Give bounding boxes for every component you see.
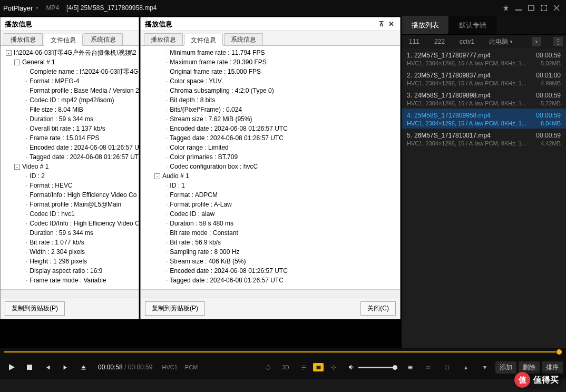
subtitle-icon[interactable] [313, 363, 324, 371]
repeat-icon[interactable] [438, 359, 455, 376]
seek-bar[interactable] [0, 348, 566, 357]
shuffle-icon[interactable] [419, 359, 436, 376]
tree-row[interactable]: ·Tagged date : 2024-06-08 01:26:57 UTC [142, 276, 399, 285]
tree-row[interactable]: ·Original frame rate : 15.000 FPS [142, 67, 399, 76]
panel-close-icon[interactable]: ✕ [386, 19, 396, 29]
tab-system-info[interactable]: 系统信息 [84, 33, 123, 45]
tree-row[interactable]: ·Stream size : 7.62 MiB (95%) [142, 114, 399, 124]
tree-row[interactable]: ·Format profile : Main@L5@Main [2, 200, 138, 209]
video-codec-label[interactable]: HVC1 [162, 364, 177, 370]
play-button[interactable] [3, 359, 20, 376]
tree-row[interactable]: ·Format : ADPCM [142, 190, 399, 200]
app-name[interactable]: PotPlayer [3, 4, 33, 12]
tree-row[interactable]: ·Format profile : A-Law [142, 200, 399, 209]
tree-row[interactable]: -Audio # 1 [142, 171, 399, 181]
video-area[interactable]: 播放信息 播放信息 文件信息 系统信息 -I:\2024-06-03叮零4G户外… [0, 16, 402, 348]
subtab[interactable]: cctv1 [452, 35, 482, 48]
tree-row[interactable]: ·Chroma subsampling : 4:2:0 (Type 0) [142, 86, 399, 95]
tree-row[interactable]: ·Minimum frame rate : 11.794 FPS [142, 48, 399, 57]
tree-row[interactable]: ·Bit rate : 1 077 kb/s [2, 238, 138, 247]
info-tree[interactable]: ·Minimum frame rate : 11.794 FPS·Maximum… [141, 46, 400, 289]
tree-row[interactable]: ·Frame rate mode : Variable [2, 276, 138, 285]
tree-row[interactable]: ·Tagged date : 2024-06-08 01:26:57 UTC [2, 152, 138, 162]
tree-row[interactable]: ·Bit rate : 56.9 kb/s [142, 238, 399, 247]
tree-row[interactable]: ·Format : HEVC [2, 181, 138, 190]
subtab-menu-icon[interactable]: ⋮ [553, 37, 563, 46]
sort-asc-icon[interactable]: ▴ [457, 359, 474, 376]
tree-row[interactable]: ·Color range : Limited [142, 143, 399, 152]
tree-row[interactable]: ·Maximum frame rate : 20.390 FPS [142, 57, 399, 67]
tree-row[interactable]: ·Codec ID : mp42 (mp42/isom) [2, 95, 138, 105]
tree-row[interactable]: ·Duration : 58 s 480 ms [142, 219, 399, 228]
close-icon[interactable] [550, 2, 563, 14]
tab-play-info[interactable]: 播放信息 [4, 33, 43, 45]
scrollbar-horizontal[interactable] [141, 289, 400, 298]
playlist-tab[interactable]: 默认专辑 [449, 16, 496, 34]
next-button[interactable] [57, 359, 74, 376]
tree-row[interactable]: -I:\2024-06-03叮零4G户外云台摄像机\视频\2 [2, 48, 138, 57]
tab-file-info[interactable]: 文件信息 [44, 34, 83, 46]
tree-row[interactable]: ·Width : 2 304 pixels [2, 247, 138, 257]
tree-row[interactable]: ·Format/Info : High Efficiency Video Co [2, 190, 138, 200]
3d-icon[interactable]: 3D [277, 359, 294, 376]
tree-row[interactable]: ·Overall bit rate : 1 137 kb/s [2, 124, 138, 133]
tree-row[interactable]: ·ID : 2 [2, 171, 138, 181]
tree-row[interactable]: ·Format : MPEG-4 [2, 76, 138, 86]
tree-row[interactable]: ·Color primaries : BT.709 [142, 152, 399, 162]
tree-row[interactable]: ·Bit depth : 8 bits [142, 95, 399, 105]
tree-row[interactable]: ·Sampling rate : 8 000 Hz [142, 247, 399, 257]
prev-button[interactable] [39, 359, 56, 376]
tree-row[interactable]: ·Encoded date : 2024-06-08 01:26:57 UTC [142, 266, 399, 276]
stop-button[interactable] [21, 359, 38, 376]
app-menu-dropdown-icon[interactable]: ▾ [36, 5, 38, 11]
tree-row[interactable]: ·Duration : 59 s 344 ms [2, 114, 138, 124]
tree-row[interactable]: ·Encoded date : 2024-06-08 01:26:57 UTC [2, 143, 138, 152]
maximize-icon[interactable] [538, 2, 550, 14]
copy-clipboard-button[interactable]: 复制到剪贴板(P) [145, 301, 205, 316]
info-tree[interactable]: -I:\2024-06-03叮零4G户外云台摄像机\视频\2-General #… [1, 46, 139, 289]
playlist[interactable]: 1.22M57S_1717809777.mp400:00:59HVC1, 230… [402, 48, 566, 348]
tree-row[interactable]: ·Codec ID/Info : High Efficiency Video C [2, 219, 138, 228]
tab-file-info[interactable]: 文件信息 [184, 34, 223, 46]
volume-control[interactable] [348, 364, 395, 371]
copy-clipboard-button[interactable]: 复制到剪贴板(P) [5, 301, 65, 316]
rotate-icon[interactable] [259, 359, 276, 376]
panel-pin-icon[interactable]: ⊼ [377, 19, 386, 29]
close-button[interactable]: 关闭(C) [360, 301, 396, 316]
subtab-arrow-icon[interactable]: › [532, 37, 541, 46]
tree-row[interactable]: ·Bits/(Pixel*Frame) : 0.024 [142, 105, 399, 114]
tab-play-info[interactable]: 播放信息 [144, 33, 183, 45]
tree-row[interactable]: ·Duration : 59 s 344 ms [2, 228, 138, 238]
tree-row[interactable]: ·Stream size : 406 KiB (5%) [142, 257, 399, 266]
playlist-item[interactable]: 1.22M57S_1717809777.mp400:00:59HVC1, 230… [402, 48, 566, 68]
menu-icon[interactable] [402, 359, 418, 376]
playlist-item[interactable]: 4.25M58S_1717809958.mp400:00:59HVC1, 230… [402, 109, 566, 129]
tree-row[interactable]: ·Encoded date : 2024-06-08 01:26:57 UTC [142, 124, 399, 133]
tree-row[interactable]: -Video # 1 [2, 162, 138, 171]
tab-system-info[interactable]: 系统信息 [224, 33, 263, 45]
audio-codec-label[interactable]: PCM [185, 364, 198, 370]
add-button[interactable]: 添加 [495, 361, 516, 374]
subtab-computer[interactable]: 此电脑 [482, 35, 520, 48]
tree-row[interactable]: ·Display aspect ratio : 16:9 [2, 266, 138, 276]
tree-row[interactable]: ·Height : 1 296 pixels [2, 257, 138, 266]
tree-row[interactable]: -General # 1 [2, 57, 138, 67]
tree-row[interactable]: ·ID : 1 [142, 181, 399, 190]
settings-icon[interactable] [325, 359, 341, 376]
tree-row[interactable]: ·Color space : YUV [142, 76, 399, 86]
tree-row[interactable]: ·Tagged date : 2024-06-08 01:26:57 UTC [142, 133, 399, 143]
playlist-item[interactable]: 2.23M57S_1717809837.mp400:01:00HVC1, 230… [402, 68, 566, 89]
tree-row[interactable]: ·Frame rate : 15.014 FPS [2, 133, 138, 143]
subtab[interactable]: 111 [402, 35, 427, 48]
playlist-icon[interactable] [295, 359, 312, 376]
pin-icon[interactable] [500, 2, 512, 14]
scrollbar-horizontal[interactable] [1, 289, 139, 298]
tree-row[interactable]: ·Complete name : I:\2024-06-03叮零4G [2, 67, 138, 76]
tree-row[interactable]: ·Bit rate mode : Constant [142, 228, 399, 238]
tree-row[interactable]: ·Codec ID : hvc1 [2, 209, 138, 219]
restore-icon[interactable] [525, 2, 538, 14]
sort-desc-icon[interactable]: ▾ [476, 359, 493, 376]
eject-button[interactable] [75, 359, 92, 376]
playlist-item[interactable]: 5.26M57S_1717810017.mp400:00:59HVC1, 230… [402, 129, 566, 149]
subtab[interactable]: 222 [427, 35, 452, 48]
